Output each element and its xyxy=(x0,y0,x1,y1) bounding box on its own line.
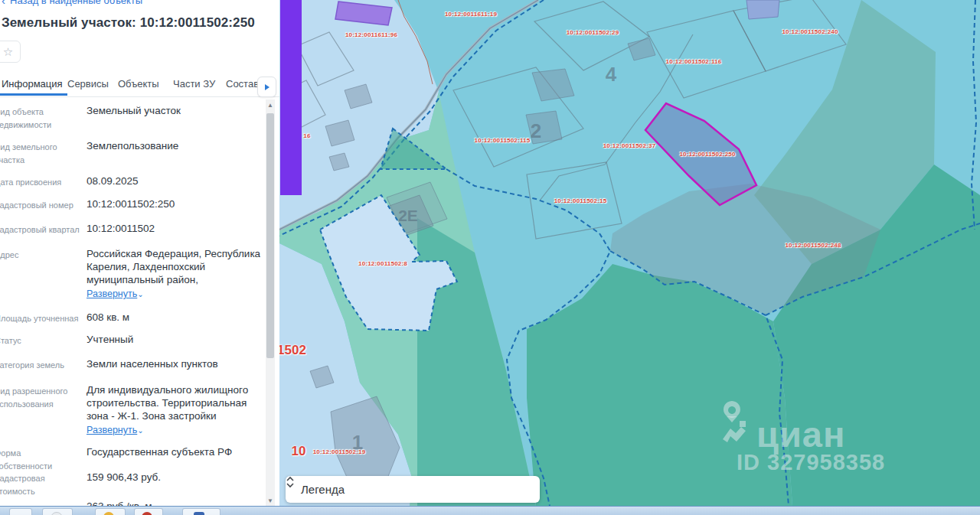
taskbar-item[interactable] xyxy=(42,508,73,515)
field-value: Земельный участок xyxy=(87,104,260,117)
back-link-label: Назад в найденные объекты xyxy=(10,0,142,6)
chevron-down-icon: ⌄ xyxy=(137,426,143,435)
taskbar-item[interactable] xyxy=(9,508,32,515)
field-value: Учтенный xyxy=(87,333,260,346)
back-chevron-icon: ‹ xyxy=(2,0,5,6)
object-info-panel: ‹ Назад в найденные объекты Земельный уч… xyxy=(0,0,279,506)
field-label: Кадастровый номер xyxy=(0,199,80,212)
chevron-down-icon: ⌄ xyxy=(137,290,143,298)
field-label: Вид разрешенного использования xyxy=(0,385,80,411)
purple-strip xyxy=(280,0,302,195)
scrollbar-down-arrow[interactable]: ▼ xyxy=(266,495,275,506)
tab-3[interactable]: Объекты xyxy=(118,78,159,90)
arrow-right-icon xyxy=(265,84,270,90)
field-value: Государственная субъекта РФ xyxy=(87,445,260,458)
field-label: Дата присвоения xyxy=(0,176,80,189)
field-label: Категория земель xyxy=(0,359,80,372)
taskbar-item[interactable] xyxy=(134,508,163,515)
field-label: Статус xyxy=(0,334,80,347)
field-label: Адрес xyxy=(0,249,80,262)
expand-link[interactable]: Развернуть xyxy=(87,425,137,437)
tabbar: ИнформацияСервисыОбъектыЧасти ЗУСостав xyxy=(0,76,279,97)
field-label: Кадастровая стоимость xyxy=(0,472,80,498)
chevron-up-down-icon xyxy=(286,476,295,488)
os-taskbar[interactable] xyxy=(0,506,980,515)
tabs-scroll-right-button[interactable] xyxy=(257,77,276,97)
scrollbar-up-arrow[interactable]: ▲ xyxy=(266,99,275,110)
field-label: Вид земельного участка xyxy=(0,141,80,167)
field-value: Землепользование xyxy=(87,139,260,152)
field-value: 10:12:0011502:250 xyxy=(87,197,260,210)
field-value: 159 906,43 руб. xyxy=(87,471,260,484)
field-value: 608 кв. м xyxy=(87,311,260,324)
building-blue xyxy=(746,0,779,19)
field-label: Кадастровый квартал xyxy=(0,223,80,236)
back-link[interactable]: ‹ Назад в найденные объекты xyxy=(2,0,142,6)
field-value: 10:12:0011502 xyxy=(87,222,260,235)
panel-scrollbar[interactable]: ▲ ▼ xyxy=(266,99,275,506)
tab-4[interactable]: Части ЗУ xyxy=(173,78,215,90)
field-label: Форма собственности xyxy=(0,447,80,473)
star-icon: ☆ xyxy=(3,46,13,57)
field-value: Земли населенных пунктов xyxy=(87,357,260,370)
expand-link[interactable]: Развернуть xyxy=(87,288,137,301)
taskbar-item[interactable] xyxy=(182,508,220,515)
fields-list: Вид объекта недвижимостиЗемельный участо… xyxy=(0,97,260,506)
field-label: Вид объекта недвижимости xyxy=(0,106,80,132)
field-value: 263 руб./кв. м xyxy=(87,500,260,506)
field-label: Площадь уточненная xyxy=(0,312,80,325)
tab-2[interactable]: Сервисы xyxy=(67,78,109,90)
legend-toggle[interactable]: Легенда xyxy=(286,476,540,503)
page-title: Земельный участок: 10:12:0011502:250 xyxy=(2,15,255,31)
field-value: Для индивидуального жилищного строительс… xyxy=(87,383,260,437)
tab-5[interactable]: Состав xyxy=(226,78,259,90)
favorite-button[interactable]: ☆ xyxy=(0,41,21,63)
legend-label: Легенда xyxy=(301,483,528,496)
scrollbar-thumb[interactable] xyxy=(266,113,274,358)
tab-1[interactable]: Информация xyxy=(2,78,63,90)
field-value: Российская Федерация, Республика Карелия… xyxy=(87,247,260,301)
field-value: 08.09.2025 xyxy=(87,174,260,187)
taskbar-item[interactable] xyxy=(95,508,126,515)
